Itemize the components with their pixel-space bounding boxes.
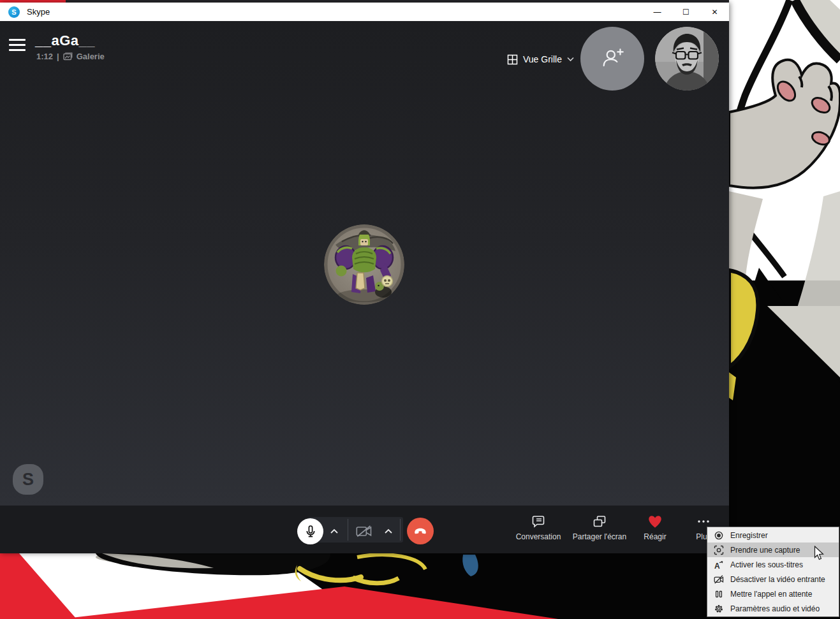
gallery-icon — [63, 52, 73, 61]
window-titlebar: S Skype — ☐ ✕ — [0, 3, 729, 21]
mouse-cursor — [814, 546, 825, 563]
video-off-icon — [713, 574, 724, 585]
conversation-button[interactable]: Conversation — [510, 512, 567, 548]
more-options-context-menu: Enregistrer Prendre une capture A Active… — [707, 527, 839, 617]
react-label: Réagir — [644, 532, 666, 541]
svg-text:A: A — [714, 561, 720, 570]
share-screen-button[interactable]: Partager l'écran — [571, 512, 628, 548]
view-mode-label: Vue Grille — [523, 54, 562, 64]
close-button[interactable]: ✕ — [700, 3, 729, 21]
microphone-options-button[interactable] — [327, 518, 342, 544]
call-control-bar: Conversation Partager l'écran Réagir — [0, 506, 729, 553]
call-duration: 1:12 — [36, 52, 53, 61]
hold-icon — [713, 589, 724, 599]
call-title: __aGa__ — [35, 33, 95, 49]
view-mode-selector[interactable]: Vue Grille — [507, 51, 574, 68]
subtitle-separator: | — [57, 52, 59, 61]
maximize-button[interactable]: ☐ — [672, 3, 700, 21]
chevron-down-icon — [567, 57, 574, 62]
heart-icon — [647, 512, 663, 531]
participant-avatar — [324, 224, 404, 305]
microphone-button[interactable] — [297, 518, 323, 544]
end-call-button[interactable] — [407, 518, 434, 544]
hamburger-menu-icon[interactable] — [9, 39, 26, 53]
menu-label: Paramètres audio et vidéo — [730, 604, 820, 613]
camera-options-button[interactable] — [381, 518, 396, 544]
screenshot-icon — [713, 545, 724, 555]
chevron-up-icon — [330, 528, 339, 534]
call-title-main: __aGa — [35, 33, 79, 48]
react-button[interactable]: Réagir — [628, 512, 682, 548]
menu-label: Désactiver la vidéo entrante — [730, 575, 825, 584]
window-title: Skype — [27, 7, 50, 17]
menu-label: Enregistrer — [730, 531, 768, 540]
call-title-trail: __ — [79, 33, 95, 48]
menu-item-record[interactable]: Enregistrer — [707, 528, 839, 543]
minimize-button[interactable]: — — [643, 3, 672, 21]
divider — [400, 519, 401, 541]
skype-logo-icon: S — [8, 6, 20, 18]
menu-item-audio-video-settings[interactable]: Paramètres audio et vidéo — [707, 601, 839, 616]
share-screen-label: Partager l'écran — [573, 532, 626, 541]
camera-off-icon — [356, 525, 372, 537]
menu-label: Prendre une capture — [730, 546, 800, 555]
hangup-icon — [412, 523, 429, 539]
call-stage: __aGa__ 1:12 | Galerie Vue Grille — [0, 21, 729, 506]
add-person-icon — [600, 46, 625, 71]
skype-watermark: S — [13, 464, 43, 495]
share-screen-icon — [592, 512, 607, 531]
menu-item-hold-call[interactable]: Mettre l'appel en attente — [707, 586, 839, 601]
grid-view-icon — [507, 54, 518, 65]
divider — [348, 519, 348, 541]
menu-label: Mettre l'appel en attente — [730, 590, 812, 599]
add-participant-button[interactable] — [580, 27, 644, 91]
record-icon — [713, 530, 724, 541]
skype-call-window: S Skype — ☐ ✕ __aGa__ 1:12 | Galer — [0, 3, 729, 553]
subtitles-icon: A — [713, 560, 724, 570]
menu-item-disable-incoming-video[interactable]: Désactiver la vidéo entrante — [707, 572, 839, 586]
self-avatar[interactable] — [655, 27, 719, 91]
gallery-label: Galerie — [77, 52, 105, 61]
chevron-up-icon — [384, 528, 393, 534]
menu-label: Activer les sous-titres — [730, 560, 803, 569]
conversation-label: Conversation — [516, 532, 561, 541]
camera-button[interactable] — [354, 518, 374, 544]
settings-icon — [713, 604, 724, 614]
call-subtitle: 1:12 | Galerie — [36, 52, 105, 61]
chat-icon — [531, 512, 546, 531]
microphone-icon — [303, 524, 318, 539]
